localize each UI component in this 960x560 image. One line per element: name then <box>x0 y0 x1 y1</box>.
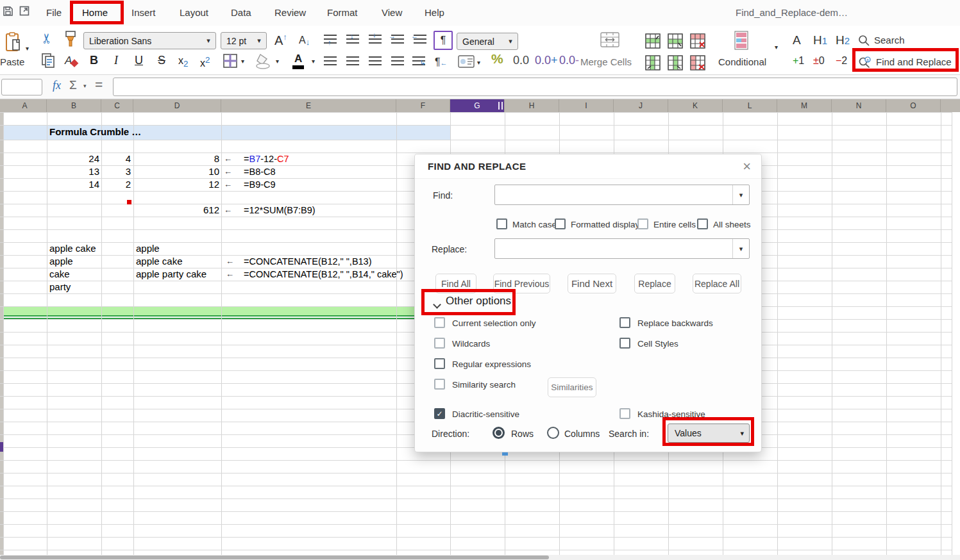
column-header-A[interactable]: A <box>3 99 47 112</box>
match-case-checkbox[interactable] <box>496 218 507 229</box>
font-color-icon[interactable]: A <box>292 53 304 69</box>
cell-c7[interactable]: 4 <box>101 152 131 165</box>
cell-d8[interactable]: 10 <box>135 165 219 178</box>
menu-help[interactable]: Help <box>425 7 444 18</box>
replace-input[interactable]: ▾ <box>494 238 750 259</box>
cell-d11-sum[interactable]: 612 <box>135 204 219 217</box>
cell-e13-formula[interactable]: =CONCATENATE(B12," ",B13) <box>244 255 372 268</box>
menu-format[interactable]: Format <box>327 7 358 18</box>
menu-insert[interactable]: Insert <box>131 7 156 18</box>
style-good-icon[interactable]: +1 <box>793 55 804 67</box>
delete-column-icon[interactable] <box>690 55 705 70</box>
conditional-label[interactable]: Conditional <box>718 56 766 67</box>
percent-format-icon[interactable]: % <box>491 51 503 67</box>
wrap-text-icon[interactable]: ↳ <box>412 56 425 68</box>
similarities-button[interactable]: Similarities <box>548 377 596 397</box>
column-headers[interactable]: ABCDEFGHIJKLMNO <box>0 99 960 112</box>
regular-expressions-checkbox[interactable] <box>434 358 445 369</box>
menu-file[interactable]: File <box>46 7 62 18</box>
search-label[interactable]: Search <box>874 35 905 45</box>
replace-backwards-checkbox[interactable] <box>619 317 630 328</box>
cell-word-d2[interactable]: apple cake <box>136 255 183 268</box>
cell-e11-formula[interactable]: =12*SUM(B7:B9) <box>244 204 316 217</box>
close-icon[interactable]: × <box>743 158 751 175</box>
cell-word-d1[interactable]: apple <box>136 242 160 255</box>
remove-decimal-icon[interactable]: 0.0- <box>559 54 579 67</box>
find-previous-button[interactable]: Find Previous <box>493 274 550 293</box>
formula-equals-icon[interactable]: = <box>95 77 103 92</box>
cell-e9-formula[interactable]: =B9-C9 <box>244 178 276 191</box>
borders-icon[interactable] <box>223 54 237 68</box>
name-box[interactable] <box>1 79 42 95</box>
paste-dropdown-caret[interactable]: ▾ <box>26 45 29 52</box>
clear-formatting-icon[interactable]: A <box>64 53 80 68</box>
replace-dropdown-caret[interactable]: ▾ <box>732 239 749 258</box>
italic-button[interactable]: I <box>114 54 118 67</box>
font-color-caret[interactable]: ▾ <box>312 58 315 65</box>
cell-c9[interactable]: 2 <box>101 178 131 191</box>
formatted-display-checkbox[interactable] <box>555 218 566 229</box>
cell-d7[interactable]: 8 <box>135 152 219 165</box>
all-sheets-checkbox[interactable] <box>697 218 708 229</box>
column-header-B[interactable]: B <box>47 99 101 112</box>
autosum-caret[interactable]: ▾ <box>83 83 87 89</box>
cell-autofill-handle[interactable] <box>502 452 508 456</box>
cell-word-b1[interactable]: apple cake <box>49 242 96 255</box>
column-header-M[interactable]: M <box>777 99 832 112</box>
text-direction-ltr-icon[interactable]: ¶ <box>434 31 453 50</box>
align-center-icon[interactable] <box>346 56 359 68</box>
grow-font-icon[interactable]: A↑ <box>274 32 287 48</box>
find-all-button[interactable]: Find All <box>435 274 476 293</box>
direction-columns-radio[interactable] <box>547 427 559 439</box>
font-name-caret[interactable]: ▾ <box>201 37 215 45</box>
merge-cells-icon[interactable] <box>600 32 619 47</box>
font-name-select[interactable]: Liberation Sans ▾ <box>83 32 216 49</box>
currency-format-caret[interactable]: ▾ <box>477 59 480 66</box>
formula-input[interactable] <box>113 78 957 96</box>
cell-word-d3[interactable]: apple party cake <box>136 268 206 281</box>
highlight-color-caret[interactable]: ▾ <box>276 58 279 65</box>
column-header-C[interactable]: C <box>101 99 133 112</box>
column-resize-handle[interactable] <box>501 102 503 110</box>
underline-button[interactable]: U <box>135 54 143 67</box>
font-size-select[interactable]: 12 pt ▾ <box>221 32 267 49</box>
find-and-replace-icon[interactable]: a <box>858 56 872 69</box>
highlight-color-icon[interactable] <box>255 53 272 69</box>
add-decimal-icon[interactable]: 0.0+ <box>535 54 558 67</box>
column-header-J[interactable]: J <box>614 99 668 112</box>
replace-button[interactable]: Replace <box>634 274 675 293</box>
align-top-icon[interactable]: ↑ <box>324 35 337 46</box>
align-bottom-icon[interactable]: ↓ <box>369 35 382 46</box>
column-header-I[interactable]: I <box>559 99 614 112</box>
menu-review[interactable]: Review <box>274 7 306 18</box>
style-heading2-icon[interactable]: H2 <box>836 33 850 47</box>
search-in-select[interactable]: Values ▾ <box>668 424 750 443</box>
font-size-caret[interactable]: ▾ <box>252 37 266 45</box>
cell-b7[interactable]: 24 <box>48 152 99 165</box>
selected-row-header[interactable] <box>0 442 3 452</box>
cell-word-b3[interactable]: cake <box>49 268 70 281</box>
justify-icon[interactable] <box>391 56 404 68</box>
decrease-indent-icon[interactable]: ← <box>414 35 426 46</box>
function-wizard-icon[interactable]: fx <box>53 79 61 92</box>
cut-icon[interactable]: ✂ <box>39 33 55 44</box>
conditional-caret[interactable]: ▾ <box>775 44 778 51</box>
style-neutral-icon[interactable]: ±0 <box>813 55 825 67</box>
dialog-header[interactable]: FIND AND REPLACE × <box>415 154 761 179</box>
column-header-L[interactable]: L <box>723 99 777 112</box>
menu-home[interactable]: Home <box>82 7 108 18</box>
insert-row-above-icon[interactable] <box>645 33 661 49</box>
find-and-replace-label[interactable]: Find and Replace <box>876 56 952 67</box>
currency-format-icon[interactable] <box>458 55 475 68</box>
cell-e8-formula[interactable]: =B8-C8 <box>244 165 276 178</box>
insert-row-below-icon[interactable] <box>668 33 683 49</box>
comment-marker[interactable] <box>127 200 131 204</box>
insert-column-after-icon[interactable] <box>668 55 683 70</box>
find-next-button[interactable]: Find Next <box>568 274 616 293</box>
cell-word-b2[interactable]: apple <box>49 255 73 268</box>
column-header-K[interactable]: K <box>668 99 723 112</box>
autosum-icon[interactable]: Σ <box>69 78 77 92</box>
cell-b8[interactable]: 13 <box>48 165 99 178</box>
number-format-decimal-icon[interactable]: 0.0 <box>513 54 529 67</box>
cell-b9[interactable]: 14 <box>48 178 99 191</box>
